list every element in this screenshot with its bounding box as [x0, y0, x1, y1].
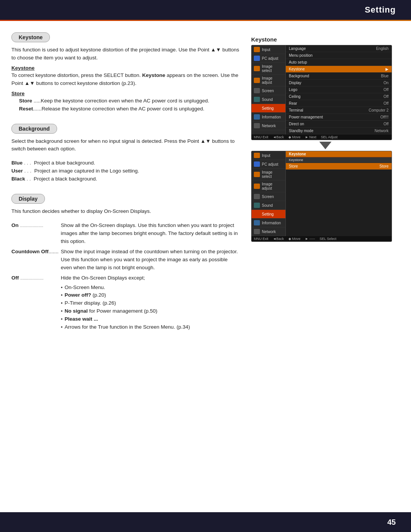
proj-sidebar-2: Input PC adjust Image select Image [252, 151, 286, 236]
arrow-down-icon [319, 142, 331, 149]
network-icon [254, 123, 260, 128]
keystone-screenshot-title: Keystone [251, 36, 400, 43]
right-column: Keystone Input PC adjust [251, 32, 400, 342]
sidebar2-sound: Sound [252, 201, 285, 210]
submenu-title-bar: Keystone [286, 151, 392, 157]
menu-row-standby: Standby mode Network [286, 128, 392, 134]
pc-icon [254, 56, 260, 61]
main-content: Keystone This function is used to adjust… [0, 21, 411, 365]
countdown-option-row: Countdown Off....... Show the input imag… [11, 246, 240, 272]
menu-row-logo: Logo Off [286, 86, 392, 93]
pc2-icon [254, 161, 260, 167]
setting2-icon [254, 211, 260, 217]
background-intro: Select the background screen for when no… [11, 137, 240, 153]
proj-menu-1: Input PC adjust Image select Image [252, 45, 392, 134]
menu-row-keystone: Keystone ▶ [286, 66, 392, 73]
sidebar2-input: Input [252, 151, 285, 160]
sidebar2-screen: Screen [252, 192, 285, 201]
menu-row-auto-setup: Auto setup [286, 59, 392, 66]
background-section: Background Select the background screen … [11, 124, 240, 184]
on-option-row: On .................... Show all the On-… [11, 222, 240, 246]
store-text: Store .....Keep the keystone correction … [11, 97, 240, 105]
sidebar2-setting: Setting [252, 210, 285, 219]
sidebar2-image-select: Image select [252, 169, 285, 181]
countdown-label-cell: Countdown Off....... [11, 246, 61, 272]
keystone-sub-text: To correct keystone distortion, press th… [11, 72, 240, 88]
input-icon [254, 47, 260, 52]
page-header: Setting [0, 0, 411, 20]
off-bullets-list: On-Screen Menu. Power off? (p.20) P-Time… [61, 284, 240, 332]
off-label: Off [11, 275, 19, 281]
bullet-on-screen-menu: On-Screen Menu. [61, 284, 240, 292]
info-icon [254, 114, 260, 120]
reset-bold: Reset [19, 106, 33, 112]
sidebar-information: Information [252, 113, 285, 121]
countdown-label: Countdown Off [11, 249, 48, 254]
on-label-cell: On .................... [11, 222, 61, 246]
menu-row-ceiling: Ceiling Off [286, 93, 392, 100]
sound2-icon [254, 203, 260, 208]
ui-screenshot-2: Input PC adjust Image select Image [251, 151, 392, 242]
menu-row-direct-on: Direct on Off [286, 121, 392, 128]
proj-footer-1: MNU Exit ◄Back ◆ Move ► Next SEL Adjust [252, 134, 392, 140]
page-number: 45 [387, 518, 396, 527]
store-bold: Store [19, 98, 32, 104]
sidebar-input: Input [252, 45, 285, 54]
proj-main-2: Keystone Keystone Store Store [286, 151, 392, 236]
right-col-content: Keystone Input PC adjust [251, 32, 400, 242]
sidebar-screen: Screen [252, 86, 285, 95]
submenu-row-store: Store Store [286, 163, 392, 170]
left-column: Keystone This function is used to adjust… [11, 32, 240, 342]
bullet-arrows: Arrows for the True function in the Scre… [61, 323, 240, 331]
sidebar2-network: Network [252, 227, 285, 236]
keystone-section: Keystone This function is used to adjust… [11, 32, 240, 113]
setting-icon [254, 105, 260, 111]
blue-option: Blue . . . Project a blue background. [11, 159, 240, 167]
arrow-down-container [251, 142, 400, 149]
store-title: Store [11, 91, 240, 96]
bullet-p-timer: P-Timer display. (p.26) [61, 299, 240, 307]
off-label-cell: Off .................... [11, 272, 61, 331]
menu-row-language: Language English [286, 45, 392, 52]
page-footer: 45 [0, 512, 411, 532]
menu-row-terminal: Terminal Computer 2 [286, 107, 392, 114]
keystone-intro: This function is used to adjust keystone… [11, 46, 240, 62]
display-label: Display [11, 194, 45, 204]
black-option: Black . . Project a black background. [11, 175, 240, 183]
keystone-label: Keystone [11, 32, 50, 42]
sidebar-sound: Sound [252, 95, 285, 104]
display-options-table: On .................... Show all the On-… [11, 222, 240, 331]
bullet-power-off: Power off? (p.20) [61, 291, 240, 299]
network2-icon [254, 229, 260, 234]
submenu-sub-title-bar: Keystone [286, 157, 392, 163]
keystone-sub-title: Keystone [11, 65, 240, 71]
keystone-bold: Keystone [142, 72, 165, 78]
proj-sidebar-1: Input PC adjust Image select Image [252, 45, 286, 134]
display-intro: This function decides whether to display… [11, 208, 240, 216]
sidebar-network: Network [252, 121, 285, 130]
proj-footer-2: MNU Exit ◄Back ◆ Move ► ----- SEL Select [252, 236, 392, 241]
countdown-desc-cell: Show the input image instead of the coun… [61, 246, 240, 272]
sidebar-pc-adjust: PC adjust [252, 54, 285, 63]
reset-text: Reset......Release the keystone correcti… [11, 105, 240, 113]
menu-row-menu-position: Menu position [286, 52, 392, 59]
sidebar2-information: Information [252, 219, 285, 227]
bullet-no-signal: No signal for Power management (p.50) [61, 307, 240, 315]
sidebar-image-adjust: Image adjust [252, 75, 285, 86]
sidebar2-image-adjust: Image adjust [252, 181, 285, 192]
proj-main-1: Language English Menu position Auto setu… [286, 45, 392, 134]
menu-row-background: Background Blue [286, 73, 392, 80]
screen2-icon [254, 194, 260, 199]
img-adj-icon [254, 78, 260, 83]
sidebar2-pc-adjust: PC adjust [252, 160, 285, 169]
menu-row-power-mgmt: Power management Off!!! [286, 114, 392, 121]
bullet-please-wait: Please wait ... [61, 315, 240, 323]
off-desc-cell: Hide the On-Screen Displays except; On-S… [61, 272, 240, 331]
sidebar-setting: Setting [252, 104, 285, 113]
user-option: User . . . Project an image captured in … [11, 167, 240, 175]
on-desc-cell: Show all the On-Screen displays. Use thi… [61, 222, 240, 246]
display-section: Display This function decides whether to… [11, 194, 240, 331]
info2-icon [254, 220, 260, 225]
menu-row-rear: Rear Off [286, 100, 392, 107]
sidebar-image-select: Image select [252, 63, 285, 75]
